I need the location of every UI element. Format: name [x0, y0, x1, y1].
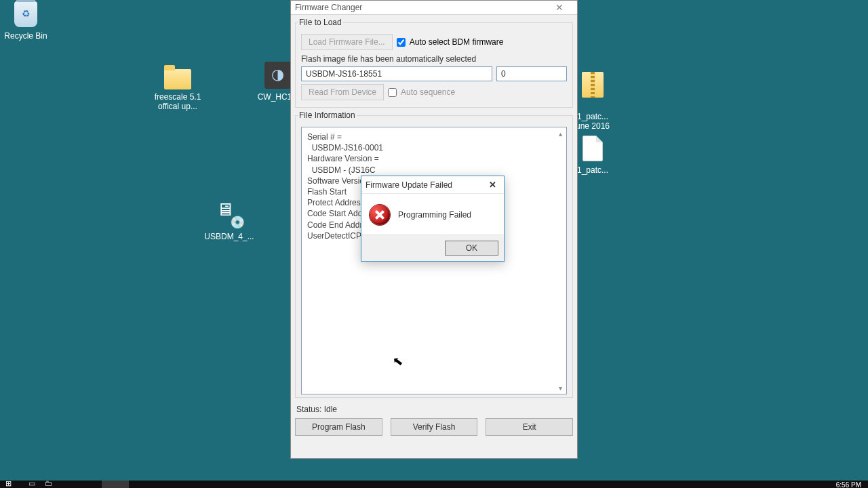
recycle-bin-icon — [12, 0, 40, 28]
checkbox-label: Auto select BDM firmware — [410, 37, 504, 47]
dialog-message: Programming Failed — [398, 210, 471, 220]
start-icon[interactable]: ⊞ — [5, 479, 12, 488]
desktop-icon-label: Recycle Bin — [0, 31, 52, 41]
close-icon[interactable]: ✕ — [546, 2, 573, 13]
titlebar[interactable]: Firmware Changer ✕ — [291, 1, 577, 15]
folder-icon — [163, 61, 192, 89]
program-flash-button[interactable]: Program Flash — [295, 418, 382, 436]
desktop-icon-recycle-bin[interactable]: Recycle Bin — [0, 0, 52, 41]
auto-select-bdm-checkbox[interactable]: Auto select BDM firmware — [397, 37, 504, 47]
close-icon[interactable]: ✕ — [485, 180, 500, 190]
group-label: File Information — [298, 110, 357, 120]
firmware-update-failed-dialog: Firmware Update Failed ✕ Programming Fai… — [361, 176, 505, 262]
load-firmware-button[interactable]: Load Firmware File... — [301, 34, 393, 50]
checkbox-label: Auto sequence — [401, 87, 455, 97]
desktop-icon-freescale[interactable]: freescale 5.1 offical up... — [152, 61, 203, 112]
auto-sequence-checkbox[interactable]: Auto sequence — [388, 87, 455, 97]
device-number-field[interactable] — [496, 66, 567, 81]
taskbar[interactable]: ⊞ ▭🗀 6:56 PM — [0, 481, 868, 488]
file-icon — [578, 134, 607, 163]
device-name-field[interactable] — [301, 66, 492, 81]
scroll-up-icon[interactable]: ▴ — [555, 128, 566, 139]
checkbox-icon[interactable] — [388, 88, 397, 97]
verify-flash-button[interactable]: Verify Flash — [391, 418, 478, 436]
auto-selected-message: Flash image file has been automatically … — [301, 54, 567, 64]
ok-button[interactable]: OK — [445, 241, 498, 256]
group-label: File to Load — [298, 18, 343, 27]
zip-icon — [578, 70, 607, 99]
taskbar-clock[interactable]: 6:56 PM — [836, 481, 861, 488]
installer-icon — [215, 201, 243, 229]
exit-button[interactable]: Exit — [486, 418, 573, 436]
status-text: Status: Idle — [296, 405, 572, 414]
scroll-down-icon[interactable]: ▾ — [555, 382, 566, 393]
checkbox-icon[interactable] — [397, 38, 406, 47]
file-to-load-group: File to Load Load Firmware File... Auto … — [295, 18, 573, 108]
app-icon — [264, 61, 292, 89]
dialog-title: Firmware Update Failed — [366, 180, 485, 190]
desktop-icon-usbdm[interactable]: USBDM_4_... — [203, 201, 255, 241]
read-from-device-button[interactable]: Read From Device — [301, 84, 384, 100]
desktop-icon-label: USBDM_4_... — [203, 232, 255, 241]
error-icon — [370, 205, 390, 225]
window-title: Firmware Changer — [295, 3, 546, 12]
taskbar-active-app[interactable] — [102, 481, 129, 488]
desktop-icon-label: freescale 5.1 offical up... — [152, 92, 203, 112]
taskbar-pinned-apps[interactable]: ▭🗀 — [28, 479, 52, 488]
dialog-titlebar[interactable]: Firmware Update Failed ✕ — [361, 176, 504, 194]
